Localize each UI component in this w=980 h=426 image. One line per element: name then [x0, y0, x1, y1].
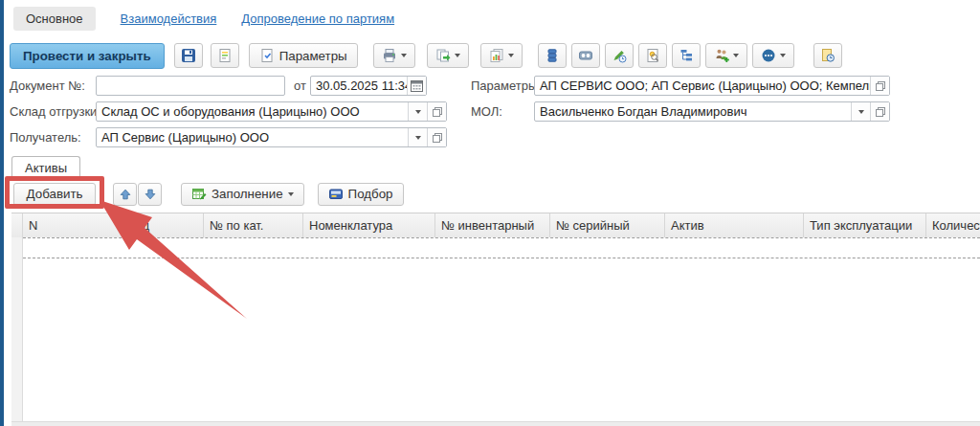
empty-table-row[interactable]: [23, 237, 980, 258]
warehouse-value[interactable]: Склад ОС и оборудования (Царицыно) ООО: [97, 102, 408, 121]
mol-label: МОЛ:: [471, 104, 502, 119]
related-documents-button[interactable]: [571, 43, 600, 68]
recipient-value[interactable]: АП Сервис (Царицыно) ООО: [97, 128, 408, 146]
save-icon: [181, 48, 196, 63]
registers-list-button[interactable]: [538, 43, 567, 68]
document-tabs: Основное Взаимодействия Допроведение по …: [13, 6, 394, 31]
doc-number-label: Документ №:: [10, 78, 85, 93]
post-document-icon: [217, 48, 233, 63]
fill-button-label: Заполнение: [212, 187, 283, 201]
fill-table-icon: [191, 187, 207, 202]
dropdown-caret-icon: [780, 54, 786, 57]
more-actions-button[interactable]: [752, 43, 794, 68]
chevron-down-icon: [415, 136, 421, 140]
pick-button[interactable]: Подбор: [318, 183, 404, 206]
parameters-field[interactable]: АП СЕРВИС ООО; АП Сервис (Царицыно) ООО;…: [534, 76, 890, 96]
date-label: от: [294, 78, 306, 93]
mol-dropdown-button[interactable]: [851, 102, 870, 121]
tab-main[interactable]: Основное: [13, 7, 96, 31]
parameters-value[interactable]: АП СЕРВИС ООО; АП Сервис (Царицыно) ООО;…: [535, 77, 870, 95]
preview-button[interactable]: [638, 43, 667, 68]
chevron-down-icon: [415, 110, 421, 114]
parameters-label: Параметры:: [471, 78, 541, 93]
related-docs-icon: [578, 48, 593, 63]
column-header-n[interactable]: N: [23, 213, 122, 237]
add-users-button[interactable]: [705, 43, 747, 68]
annotation-highlight-box: [5, 176, 104, 209]
copy-button[interactable]: [427, 43, 469, 68]
date-field[interactable]: 30.05.2025 11:34:02: [310, 76, 427, 96]
dropdown-caret-icon: [508, 54, 514, 57]
dropdown-caret-icon: [733, 54, 739, 57]
row-marker-column: [11, 213, 23, 237]
dropdown-caret-icon: [288, 192, 294, 196]
preview-icon: [645, 48, 660, 63]
warehouse-label: Склад отгрузки:: [10, 104, 100, 119]
doc-number-input[interactable]: [96, 76, 285, 96]
post-document-button[interactable]: [211, 43, 239, 68]
dropdown-caret-icon: [401, 54, 407, 57]
arrow-down-icon: [144, 188, 157, 201]
post-and-close-button[interactable]: Провести и закрыть: [10, 43, 165, 69]
recipient-open-button[interactable]: [427, 128, 446, 146]
list-icon: [545, 48, 560, 63]
parameters-doc-icon: [259, 48, 275, 63]
structure-icon: [679, 48, 694, 63]
fill-button[interactable]: Заполнение: [181, 183, 304, 206]
column-header-inventory-no[interactable]: № инвентарный: [434, 213, 549, 237]
pick-icon: [328, 187, 344, 202]
move-down-button[interactable]: [138, 183, 162, 206]
warehouse-field[interactable]: Склад ОС и оборудования (Царицыно) ООО: [96, 101, 447, 122]
mol-value[interactable]: Васильченко Богдан Владимирович: [535, 102, 851, 121]
command-bar: Провести и закрыть Параметры: [10, 42, 842, 69]
edit-history-button[interactable]: [605, 43, 634, 68]
column-header-usage-type[interactable]: Тип эксплуатации: [803, 213, 925, 237]
assets-table-header: N Код № по кат. Номенклатура № инвентарн…: [11, 213, 980, 237]
reports-icon: [489, 48, 504, 63]
move-row-buttons: [113, 183, 162, 206]
print-button[interactable]: [373, 43, 415, 68]
horizontal-scrollbar[interactable]: [11, 421, 980, 426]
tab-batch-posting[interactable]: Допроведение по партиям: [241, 11, 394, 26]
recipient-dropdown-button[interactable]: [408, 128, 427, 146]
parameters-button-label: Параметры: [279, 49, 347, 63]
more-actions-icon: [761, 48, 776, 63]
recipient-label: Получатель:: [10, 130, 81, 145]
date-value[interactable]: 30.05.2025 11:34:02: [311, 77, 407, 95]
mol-field[interactable]: Васильченко Богдан Владимирович: [534, 101, 890, 122]
structure-button[interactable]: [672, 43, 701, 68]
copy-icon: [435, 48, 451, 63]
row-marker-column-body: [11, 237, 23, 422]
reports-button[interactable]: [480, 43, 523, 68]
assets-table: N Код № по кат. Номенклатура № инвентарн…: [11, 213, 980, 426]
recipient-field[interactable]: АП Сервис (Царицыно) ООО: [96, 127, 447, 147]
mol-open-button[interactable]: [870, 102, 889, 121]
warehouse-open-button[interactable]: [427, 102, 446, 121]
warehouse-dropdown-button[interactable]: [408, 102, 427, 121]
add-users-icon: [714, 48, 729, 63]
calendar-icon: [411, 79, 423, 92]
column-header-quantity[interactable]: Количест: [925, 213, 980, 237]
open-icon: [432, 132, 443, 144]
window-left-edge: [0, 0, 4, 426]
edit-history-icon: [612, 48, 627, 63]
tab-interactions[interactable]: Взаимодействия: [121, 11, 217, 26]
column-header-serial-no[interactable]: № серийный: [549, 213, 664, 237]
scheduled-doc-icon: [820, 48, 835, 63]
print-icon: [382, 48, 397, 63]
parameters-open-button[interactable]: [870, 77, 889, 95]
move-up-button[interactable]: [113, 183, 137, 206]
tab-assets[interactable]: Активы: [11, 156, 80, 178]
column-header-nomenclature[interactable]: Номенклатура: [302, 213, 434, 237]
column-header-code[interactable]: Код: [122, 213, 203, 237]
arrow-up-icon: [119, 188, 132, 201]
dropdown-caret-icon: [455, 54, 460, 57]
parameters-button[interactable]: Параметры: [249, 43, 358, 68]
open-icon: [875, 80, 886, 92]
chevron-down-icon: [858, 110, 864, 114]
column-header-catalog-no[interactable]: № по кат.: [203, 213, 302, 237]
calendar-picker-button[interactable]: [407, 77, 426, 95]
save-button[interactable]: [174, 43, 203, 68]
column-header-asset[interactable]: Актив: [664, 213, 803, 237]
scheduled-doc-button[interactable]: [813, 43, 842, 68]
